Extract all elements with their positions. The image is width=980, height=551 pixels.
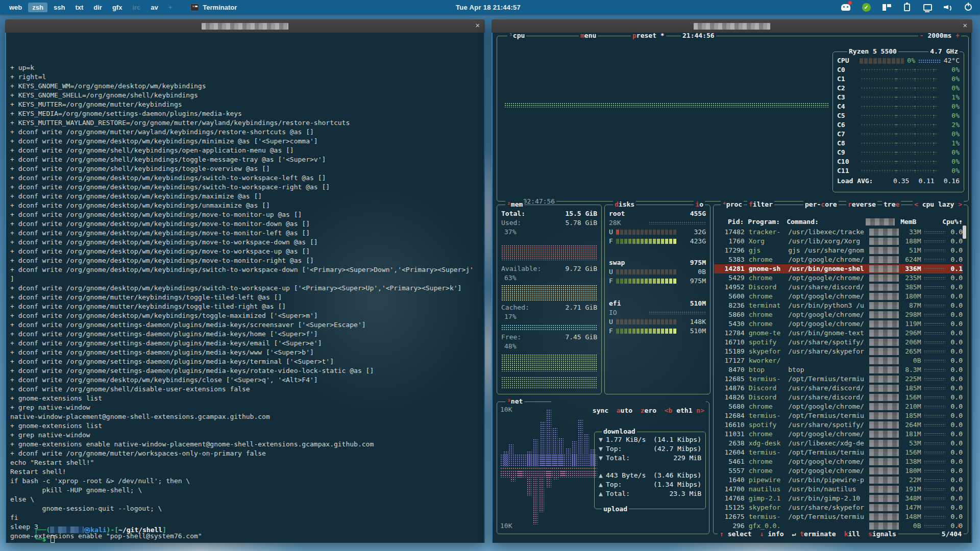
disk-size: 510M	[690, 299, 706, 308]
focused-app[interactable]: Terminator	[190, 4, 237, 11]
workspace-item[interactable]: +	[164, 3, 177, 12]
username-blurred	[50, 527, 84, 533]
process-row[interactable]: 5860 chrome /opt/google/chrome/ 298M 0.0	[714, 310, 963, 319]
process-row[interactable]: 15125 skypefor /usr/share/skypefor 147M …	[714, 503, 963, 512]
proc-filter-button[interactable]: filter	[747, 200, 774, 209]
proc-footer-action[interactable]: kill	[844, 530, 860, 539]
disks-io-toggle[interactable]: io	[694, 200, 705, 209]
process-row[interactable]: 5680 chrome /opt/google/chrome/ 210M 0.0	[714, 402, 963, 411]
process-row[interactable]: 11031 chrome /opt/google/chrome/ 181M 0.…	[714, 430, 963, 439]
tab-cpu[interactable]: ¹cpu	[507, 33, 526, 40]
close-button[interactable]: ×	[475, 21, 480, 30]
process-row[interactable]: 2638 xdg-desk /usr/libexec/xdg-de 53M 0.…	[714, 439, 963, 448]
tab-disks[interactable]: disks	[613, 200, 636, 209]
process-row[interactable]: 8470 btop btop 8.3M 0.0	[714, 365, 963, 374]
proc-footer-action[interactable]: signals	[868, 530, 896, 539]
proc-percore-toggle[interactable]: per-core	[803, 200, 839, 209]
process-row[interactable]: 14826 Discord /usr/share/discord/ 156M 0…	[714, 393, 963, 402]
proc-footer-action[interactable]: ↵ terminate	[792, 530, 836, 539]
process-row[interactable]: 14700 nautilus /usr/bin/nautilus 191M 0.…	[714, 485, 963, 494]
update-interval[interactable]: - 2000ms +	[918, 33, 961, 40]
preset-button[interactable]: preset *	[631, 33, 666, 40]
process-row[interactable]: 14876 Discord /usr/share/discord/ 185M 0…	[714, 384, 963, 393]
process-row[interactable]: 12685 termius- /opt/Termius/termiu 225M …	[714, 374, 963, 384]
cpu-mini-graph	[924, 506, 945, 509]
menu-button[interactable]: menu	[579, 33, 598, 40]
clipboard-icon[interactable]	[902, 3, 912, 12]
btop-clock: 21:44:56	[681, 33, 716, 40]
workspace-item[interactable]: dir	[89, 3, 106, 12]
proc-sort-selector[interactable]: < cpu lazy >	[913, 200, 964, 209]
tab-mem[interactable]: ²mem	[505, 200, 524, 209]
workspace-item[interactable]: irc	[128, 3, 144, 12]
process-row[interactable]: 5600 chrome /opt/google/chrome/ 180M 0.0	[714, 292, 963, 301]
workspace-item[interactable]: ssh	[50, 3, 69, 12]
process-row[interactable]: 14952 Discord /usr/share/discord/ 385M 0…	[714, 283, 963, 292]
cpu-mini-graph	[924, 387, 945, 390]
close-button[interactable]: ×	[963, 21, 967, 30]
tab-proc[interactable]: ⁴proc	[721, 200, 744, 209]
workspace-item[interactable]: gfx	[108, 3, 127, 12]
proc-footer-action[interactable]: ↑ select	[720, 530, 752, 539]
titlebar[interactable]: ×	[5, 19, 485, 33]
cpu-core-row: C2 0%	[833, 84, 964, 93]
proc-tree-toggle[interactable]: tree	[882, 200, 901, 209]
discord-icon[interactable]	[841, 3, 850, 12]
net-auto-toggle[interactable]: auto	[617, 407, 632, 414]
process-row[interactable]: 16610 spotify /usr/share/spotify/ 264M 0…	[714, 420, 963, 430]
process-row[interactable]: 5557 chrome /opt/google/chrome/ 180M 0.0	[714, 466, 963, 475]
process-row[interactable]: 8236 terminat /usr/bin/python3 /u 87M 0.…	[714, 301, 963, 310]
process-row[interactable]: 5461 chrome /opt/google/chrome/ 138M 0.0	[714, 457, 963, 466]
process-row[interactable]: 17127 kworker/ 0B 0.0	[714, 356, 963, 365]
disk-free: 510M	[676, 327, 706, 336]
process-row[interactable]: 14281 gnome-sh /usr/bin/gnome-shel 336M …	[714, 264, 963, 273]
user-cell-blurred	[869, 247, 899, 254]
proc-reverse-toggle[interactable]: reverse	[846, 200, 877, 209]
cpu-core-row: C9 0%	[833, 148, 964, 157]
proc-footer-action[interactable]: ↓ info	[760, 530, 784, 539]
user-cell-blurred	[869, 486, 899, 493]
process-row[interactable]: 16710 spotify /usr/share/spotify/ 206M 0…	[714, 338, 963, 347]
net-zero-toggle[interactable]: zero	[641, 407, 656, 414]
workspace-item[interactable]: web	[5, 3, 26, 12]
process-row[interactable]: 12684 termius- /opt/Termius/termiu 185M …	[714, 411, 963, 420]
process-row[interactable]: 12604 termius- /opt/Termius/termiu 156M …	[714, 448, 963, 457]
net-graph	[500, 407, 602, 528]
process-row[interactable]: 5430 chrome /opt/google/chrome/ 119M 0.0	[714, 319, 963, 329]
user-cell-blurred	[869, 274, 899, 282]
power-icon[interactable]	[964, 3, 973, 12]
process-row[interactable]: 5383 chrome /opt/google/chrome/ 624M 0.0	[714, 255, 963, 264]
disk-io: 28K	[609, 218, 621, 228]
taskbar-clock[interactable]: Tue Apr 18 21:44:57	[456, 0, 521, 14]
process-row[interactable]: 14768 gimp-2.1 /usr/bin/gimp-2.10 348M 0…	[714, 494, 963, 503]
net-interface-switcher[interactable]: <b eth1 n>	[665, 407, 704, 414]
cpu-usage-bar	[860, 58, 904, 64]
process-row[interactable]: 1640 pipewire /usr/bin/pipewire-p 22M 0.…	[714, 475, 963, 485]
shell-prompt-line2[interactable]: └─$	[10, 525, 55, 543]
tiling-icon[interactable]	[882, 3, 891, 12]
titlebar[interactable]: ×	[492, 19, 972, 33]
process-row[interactable]: 15189 skypefor /usr/share/skypefor 265M …	[714, 347, 963, 356]
user-cell-blurred	[869, 238, 899, 245]
terminal-output[interactable]: + up=k+ right=l+ KEYS_GNOME_WM=/org/gnom…	[5, 33, 485, 543]
process-row[interactable]: 17296 gjs gjs /usr/share/gnom 51M 0.0	[714, 246, 963, 255]
workspace-item[interactable]: av	[146, 3, 162, 12]
process-row[interactable]: 12784 gnome-te /usr/bin/gnome-text 296M …	[714, 329, 963, 338]
scroll-more-arrow[interactable]: ↓	[957, 520, 961, 530]
process-row[interactable]: 17482 tracker- /usr/libexec/tracke 33M 0…	[714, 228, 963, 237]
process-row[interactable]: 1760 Xorg /usr/lib/xorg/Xorg 188M 0.0	[714, 237, 963, 246]
proc-table-header[interactable]: Pid: Program: Command: MemB Cpu% ↑	[714, 217, 963, 227]
terminal-line: + dconf write /org/gnome/desktop/wm/keyb…	[10, 284, 482, 293]
workspace-item[interactable]: zsh	[28, 3, 47, 12]
process-row[interactable]: 12675 termius- /opt/Termius/termiu 148M …	[714, 512, 963, 521]
terminal-icon[interactable]	[923, 3, 932, 12]
updates-ok-icon[interactable]: ✓	[862, 3, 871, 12]
volume-icon[interactable]	[943, 3, 952, 12]
cpu-mini-graph	[924, 442, 945, 445]
interval-plus: +	[955, 33, 960, 39]
proc-scrollbar[interactable]	[963, 226, 966, 239]
workspace-item[interactable]: txt	[71, 3, 87, 12]
terminal-line: + dconf write /org/gnome/shell/disable-u…	[10, 385, 482, 394]
process-row[interactable]: 5429 chrome /opt/google/chrome/ 235M 0.0	[714, 273, 963, 283]
terminal-line: + up=k	[10, 63, 482, 72]
